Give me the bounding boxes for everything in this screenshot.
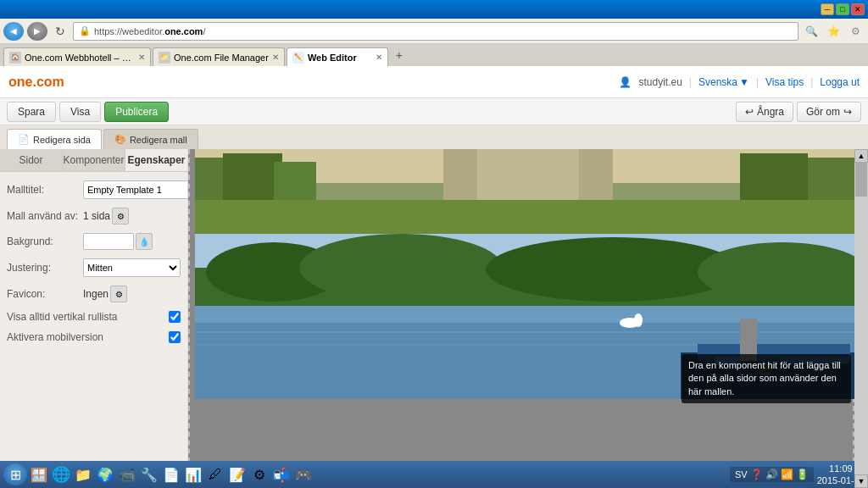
tab-close-1[interactable]: ✕ bbox=[138, 53, 145, 62]
close-button[interactable]: ✕ bbox=[851, 3, 865, 15]
forward-button[interactable]: ▶ bbox=[27, 22, 47, 41]
settings-icon[interactable]: ⚙ bbox=[846, 22, 865, 41]
bakgrund-icon[interactable]: 💧 bbox=[136, 233, 153, 250]
malltitel-label: Malltitel: bbox=[7, 184, 83, 196]
edit-tabs-bar: 📄 Redigera sida 🎨 Redigera mall bbox=[0, 125, 868, 149]
justering-label: Justering: bbox=[7, 262, 83, 274]
toolbar: Spara Visa Publicera ↩ Ångra Gör om ↪ bbox=[0, 98, 868, 125]
onecom-header: one.com 👤 studyit.eu | Svenska ▼ | Visa … bbox=[0, 66, 868, 98]
back-button[interactable]: ◀ bbox=[3, 22, 24, 41]
logout-link[interactable]: Logga ut bbox=[820, 76, 860, 88]
taskbar-icon-word[interactable]: 📄 bbox=[161, 464, 181, 485]
maximize-button[interactable]: □ bbox=[836, 3, 849, 15]
user-icon: 👤 bbox=[619, 76, 632, 88]
taskbar-icon-browser2[interactable]: 🌍 bbox=[95, 464, 115, 485]
edit-template-tab[interactable]: 🎨 Redigera mall bbox=[103, 129, 198, 149]
nav-bar: ◀ ▶ ↻ 🔒 https://webeditor.one.com/ 🔍 ⭐ ⚙ bbox=[0, 19, 868, 44]
svg-point-15 bbox=[698, 242, 861, 302]
drag-tooltip: Dra en komponent hit för att lägga till … bbox=[682, 354, 851, 403]
favicon-control-wrap: Ingen ⚙ bbox=[83, 286, 181, 302]
canvas-left-border bbox=[188, 149, 190, 488]
tab-label-2: One.com File Manager bbox=[174, 53, 269, 63]
sidebar-tab-sidor[interactable]: Sidor bbox=[0, 149, 63, 171]
taskbar-icon-files[interactable]: 📁 bbox=[73, 464, 93, 485]
taskbar-icon-app5[interactable]: 🎮 bbox=[293, 464, 314, 485]
address-text: https://webeditor. bbox=[94, 26, 164, 36]
mobilversion-checkbox[interactable] bbox=[169, 331, 181, 343]
visa-button[interactable]: Visa bbox=[59, 102, 101, 122]
sep2: | bbox=[756, 76, 759, 88]
svg-rect-19 bbox=[195, 331, 861, 333]
tab-favicon-1: 🏠 bbox=[9, 52, 21, 64]
new-tab-button[interactable]: + bbox=[390, 46, 409, 64]
taskbar-icon-util[interactable]: 🔧 bbox=[139, 464, 159, 485]
minimize-button[interactable]: ─ bbox=[821, 3, 834, 15]
scroll-up-arrow[interactable]: ▲ bbox=[854, 149, 868, 163]
malltitel-row: Malltitel: bbox=[7, 180, 181, 199]
mobilversion-row: Aktivera mobilversion bbox=[7, 331, 181, 343]
svg-rect-9 bbox=[195, 200, 861, 234]
taskbar-icon-app3[interactable]: ⚙ bbox=[249, 464, 270, 485]
network-icon[interactable]: 📶 bbox=[781, 469, 793, 480]
favicon-row: Favicon: Ingen ⚙ bbox=[7, 286, 181, 302]
bakgrund-label: Bakgrund: bbox=[7, 236, 83, 247]
taskbar-icon-explorer[interactable]: 🪟 bbox=[29, 464, 49, 485]
sidebar-tab-egenskaper[interactable]: Egenskaper bbox=[125, 149, 187, 171]
favicon-settings-icon[interactable]: ⚙ bbox=[110, 286, 127, 302]
username: studyit.eu bbox=[638, 76, 682, 88]
tab-web-editor[interactable]: ✏️ Web Editor ✕ bbox=[287, 47, 388, 66]
lang-label: Svenska bbox=[698, 76, 737, 88]
edit-page-label: Redigera sida bbox=[33, 135, 91, 145]
tab-onecom-hosting[interactable]: 🏠 One.com Webbhotell – Dom... ✕ bbox=[3, 47, 151, 66]
volume-icon[interactable]: 🔊 bbox=[765, 469, 778, 480]
taskbar-icon-media[interactable]: 📹 bbox=[117, 464, 137, 485]
search-icon[interactable]: 🔍 bbox=[802, 22, 821, 41]
lang-indicator: SV bbox=[735, 469, 748, 480]
edit-page-tab[interactable]: 📄 Redigera sida bbox=[7, 129, 102, 149]
reload-button[interactable]: ↻ bbox=[51, 22, 70, 41]
favorites-icon[interactable]: ⭐ bbox=[824, 22, 843, 41]
taskbar-icon-app1[interactable]: 🖊 bbox=[205, 464, 225, 485]
question-icon[interactable]: ❓ bbox=[750, 469, 763, 480]
taskbar: ⊞ 🪟 🌐 📁 🌍 📹 🔧 📄 📊 🖊 📝 ⚙ 📬 🎮 SV ❓ 🔊 📶 🔋 1… bbox=[0, 461, 868, 488]
address-rest: / bbox=[203, 26, 205, 36]
justering-row: Justering: Mitten Vänster Höger bbox=[7, 258, 181, 277]
address-bar[interactable]: 🔒 https://webeditor.one.com/ bbox=[73, 22, 798, 41]
save-button[interactable]: Spara bbox=[7, 102, 56, 122]
redo-button[interactable]: Gör om ↪ bbox=[797, 102, 861, 122]
scroll-track[interactable] bbox=[854, 163, 868, 474]
tab-label-3: Web Editor bbox=[308, 53, 357, 63]
tab-close-2[interactable]: ✕ bbox=[272, 53, 279, 62]
onecom-logo: one.com bbox=[8, 75, 64, 90]
tab-label-1: One.com Webbhotell – Dom... bbox=[25, 53, 135, 63]
app-body: one.com 👤 studyit.eu | Svenska ▼ | Visa … bbox=[0, 66, 868, 488]
taskbar-icon-chart[interactable]: 📊 bbox=[183, 464, 203, 485]
taskbar-icon-app4[interactable]: 📬 bbox=[271, 464, 292, 485]
tab-close-3[interactable]: ✕ bbox=[376, 53, 382, 62]
address-icon: 🔒 bbox=[79, 25, 91, 36]
scrollbar-checkbox[interactable] bbox=[169, 311, 181, 323]
mall-used-settings-icon[interactable]: ⚙ bbox=[112, 208, 129, 225]
taskbar-icon-ie[interactable]: 🌐 bbox=[51, 464, 71, 485]
header-right: 👤 studyit.eu | Svenska ▼ | Visa tips | L… bbox=[619, 76, 860, 88]
start-button[interactable]: ⊞ bbox=[3, 463, 27, 485]
scrollbar-label: Visa alltid vertikal rullista bbox=[7, 311, 164, 323]
browser-tabs: 🏠 One.com Webbhotell – Dom... ✕ 📁 One.co… bbox=[0, 44, 868, 66]
bakgrund-row: Bakgrund: 💧 bbox=[7, 233, 181, 250]
mobilversion-label: Aktivera mobilversion bbox=[7, 331, 164, 343]
scroll-down-arrow[interactable]: ▼ bbox=[854, 474, 868, 488]
taskbar-icon-app2[interactable]: 📝 bbox=[227, 464, 248, 485]
justering-select-wrap: Mitten Vänster Höger bbox=[83, 258, 181, 277]
svg-point-22 bbox=[634, 313, 643, 327]
malltitel-input[interactable] bbox=[83, 180, 188, 199]
justering-select[interactable]: Mitten Vänster Höger bbox=[83, 258, 181, 277]
mall-used-row: Mall använd av: 1 sida ⚙ bbox=[7, 208, 181, 225]
lang-selector[interactable]: Svenska ▼ bbox=[698, 76, 749, 88]
visa-tips-link[interactable]: Visa tips bbox=[765, 76, 804, 88]
undo-button[interactable]: ↩ Ångra bbox=[736, 102, 793, 122]
sidebar-tabs: Sidor Komponenter Egenskaper bbox=[0, 149, 187, 172]
sidebar-tab-komponenter[interactable]: Komponenter bbox=[63, 149, 125, 171]
tab-file-manager[interactable]: 📁 One.com File Manager ✕ bbox=[153, 47, 285, 66]
publish-button[interactable]: Publicera bbox=[104, 102, 169, 122]
bakgrund-color-preview[interactable] bbox=[83, 233, 134, 250]
